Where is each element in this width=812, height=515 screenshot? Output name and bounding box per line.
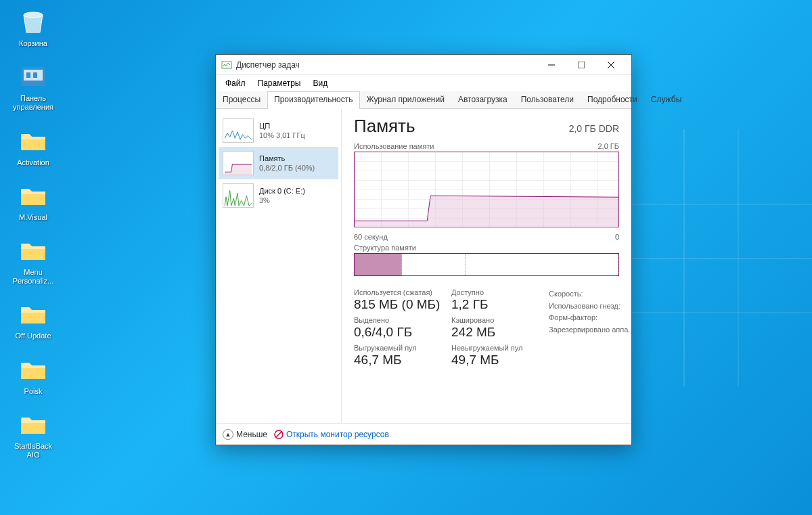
spec-labels: Скорость:Использовано гнезд:Форм-фактор:… xyxy=(549,288,631,367)
menu-item[interactable]: Файл xyxy=(220,77,251,89)
folder-icon xyxy=(17,234,49,267)
folder-icon xyxy=(17,298,49,330)
sidebar-thumb xyxy=(223,151,254,175)
folder-icon xyxy=(17,353,49,386)
menu-item[interactable]: Параметры xyxy=(252,77,307,89)
desktop-icon[interactable]: Off Update xyxy=(8,298,58,340)
performance-main: Память 2,0 ГБ DDR Использование памяти 2… xyxy=(342,109,631,423)
stat-label: Используется (сжатая) xyxy=(354,288,442,296)
tab[interactable]: Производительность xyxy=(267,91,359,109)
close-icon xyxy=(608,62,614,68)
stat-value: 1,2 ГБ xyxy=(451,297,539,312)
sidebar-item[interactable]: Диск 0 (C: E:)3% xyxy=(219,179,338,212)
desktop-icon-label: Poisk xyxy=(24,387,43,396)
folder-icon xyxy=(17,408,49,441)
stat-label: Кэшировано xyxy=(451,316,539,324)
resmon-label: Открыть монитор ресурсов xyxy=(286,430,389,439)
recycle-icon xyxy=(17,5,49,38)
spec-label: Зарезервировано аппа... xyxy=(549,324,631,336)
svg-rect-4 xyxy=(33,72,37,78)
tab[interactable]: Подробности xyxy=(581,91,644,108)
sidebar-item-title: ЦП xyxy=(259,121,305,131)
sidebar-item-title: Диск 0 (C: E:) xyxy=(259,186,305,196)
desktop: КорзинаПанель управленияActivationM.Visu… xyxy=(0,0,812,515)
tab[interactable]: Автозагрузка xyxy=(451,91,514,108)
desktop-icon-label: Off Update xyxy=(16,332,51,340)
chevron-up-icon: ▲ xyxy=(223,429,233,440)
minimize-button[interactable] xyxy=(537,55,566,75)
menubar: ФайлПараметрыВид xyxy=(216,75,631,91)
fewer-details-button[interactable]: ▲ Меньше xyxy=(223,429,267,440)
page-title: Память xyxy=(354,116,415,137)
stat-value: 46,7 МБ xyxy=(354,353,442,367)
desktop-icon-label: Корзина xyxy=(19,39,47,48)
tab-strip: ПроцессыПроизводительностьЖурнал приложе… xyxy=(216,91,631,109)
desktop-icon-label: Activation xyxy=(17,158,49,167)
stat-block: Доступно1,2 ГБ xyxy=(451,288,539,312)
sidebar-thumb xyxy=(223,118,254,143)
stat-block: Выделено0,6/4,0 ГБ xyxy=(354,316,442,340)
svg-rect-3 xyxy=(26,72,30,78)
stat-value: 0,6/4,0 ГБ xyxy=(354,325,442,340)
seg-free xyxy=(466,254,618,275)
time-right: 0 xyxy=(615,233,619,241)
stat-label: Выделено xyxy=(354,316,442,324)
svg-rect-7 xyxy=(578,62,585,68)
desktop-icon-label: StartIsBack AIO xyxy=(8,442,58,460)
stat-label: Невыгружаемый пул xyxy=(451,344,539,352)
tab[interactable]: Журнал приложений xyxy=(360,91,451,108)
memory-stats: Используется (сжатая)815 МБ (0 МБ)Доступ… xyxy=(354,288,619,367)
stat-value: 49,7 МБ xyxy=(451,353,539,367)
memory-usage-chart xyxy=(354,152,619,227)
seg-in-use xyxy=(355,254,402,275)
maximize-icon xyxy=(578,62,585,68)
desktop-icon[interactable]: Корзина xyxy=(8,5,58,48)
memory-total: 2,0 ГБ DDR xyxy=(569,123,619,134)
usage-label: Использование памяти xyxy=(354,142,434,150)
app-icon xyxy=(221,60,232,70)
sidebar-item[interactable]: Память0,8/2,0 ГБ (40%) xyxy=(219,147,338,179)
task-manager-window: Диспетчер задач ФайлПараметрыВид Процесс… xyxy=(215,54,632,445)
desktop-icon[interactable]: StartIsBack AIO xyxy=(8,408,58,460)
stat-block: Кэшировано242 МБ xyxy=(451,316,539,340)
seg-modified xyxy=(402,254,466,275)
desktop-icon[interactable]: Menu Personaliz... xyxy=(8,234,58,286)
desktop-icon-label: Menu Personaliz... xyxy=(8,268,58,286)
struct-label: Структура памяти xyxy=(354,244,416,252)
folder-icon xyxy=(17,179,49,212)
desktop-icon[interactable]: Activation xyxy=(8,125,58,167)
desktop-icon[interactable]: Poisk xyxy=(8,353,58,396)
svg-line-11 xyxy=(276,432,281,437)
menu-item[interactable]: Вид xyxy=(307,77,333,89)
stat-block: Используется (сжатая)815 МБ (0 МБ) xyxy=(354,288,442,312)
spec-label: Форм-фактор: xyxy=(549,312,631,324)
spec-label: Скорость: xyxy=(549,288,631,300)
footer: ▲ Меньше Открыть монитор ресурсов xyxy=(216,423,631,445)
tab[interactable]: Пользователи xyxy=(514,91,581,108)
close-button[interactable] xyxy=(596,55,626,75)
sidebar-item-sub: 10% 3,01 ГГц xyxy=(259,131,305,140)
open-resource-monitor-link[interactable]: Открыть монитор ресурсов xyxy=(274,430,389,439)
stat-value: 815 МБ (0 МБ) xyxy=(354,297,442,312)
desktop-icon[interactable]: Панель управления xyxy=(8,60,58,112)
sidebar-item-title: Память xyxy=(259,154,315,163)
sidebar-item-sub: 0,8/2,0 ГБ (40%) xyxy=(259,163,315,173)
time-left: 60 секунд xyxy=(354,233,388,241)
performance-sidebar: ЦП10% 3,01 ГГцПамять0,8/2,0 ГБ (40%)Диск… xyxy=(216,109,342,423)
sidebar-item[interactable]: ЦП10% 3,01 ГГц xyxy=(219,114,338,147)
fewer-label: Меньше xyxy=(236,430,267,439)
stat-label: Доступно xyxy=(451,288,539,296)
tab[interactable]: Процессы xyxy=(216,91,267,108)
spec-label: Использовано гнезд: xyxy=(549,300,631,313)
memory-composition xyxy=(354,253,619,276)
desktop-icon[interactable]: M.Visual xyxy=(8,179,58,222)
minimize-icon xyxy=(548,62,555,68)
maximize-button[interactable] xyxy=(566,55,596,75)
tab[interactable]: Службы xyxy=(644,91,688,108)
sidebar-item-sub: 3% xyxy=(259,196,305,205)
control-icon xyxy=(17,60,49,93)
titlebar[interactable]: Диспетчер задач xyxy=(216,55,631,75)
svg-point-0 xyxy=(24,12,43,18)
stat-value: 242 МБ xyxy=(451,325,539,340)
stat-block: Выгружаемый пул46,7 МБ xyxy=(354,344,442,367)
